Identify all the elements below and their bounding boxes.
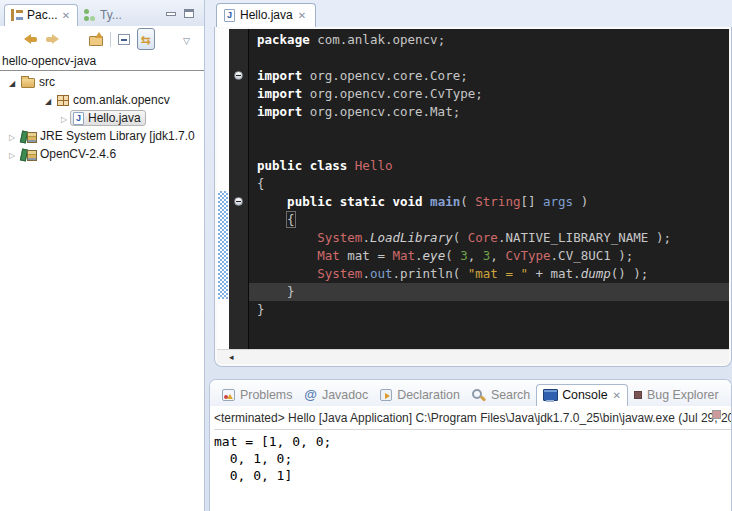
project-root[interactable]: hello-opencv-java [0, 52, 204, 71]
code-token: import [257, 68, 310, 83]
tab-label: Javadoc [322, 388, 368, 402]
code-token: public class [257, 158, 355, 173]
tab-problems[interactable]: Problems [216, 385, 298, 406]
collapse-all-icon[interactable] [118, 34, 130, 45]
terminate-icon[interactable] [712, 410, 721, 419]
console-divider [214, 429, 731, 430]
go-up-icon[interactable] [88, 33, 103, 46]
maximize-icon[interactable] [184, 9, 194, 18]
code-token: { [257, 176, 265, 191]
close-icon[interactable] [613, 390, 621, 401]
code-token: import [257, 86, 310, 101]
scroll-left-icon[interactable] [229, 352, 234, 362]
link-with-editor-icon [141, 30, 151, 48]
javadoc-icon [304, 387, 317, 402]
tree-item-body[interactable]: Hello.java [70, 110, 146, 126]
back-icon[interactable] [24, 34, 38, 45]
code-line[interactable]: import org.opencv.core.Mat; [249, 103, 729, 121]
tree-item-src[interactable]: src [0, 73, 204, 91]
code-token: } [257, 284, 295, 299]
bottom-panel: ProblemsJavadocDeclarationSearchConsoleB… [209, 379, 732, 511]
tab-label: Problems [240, 388, 292, 402]
java-file-icon [224, 9, 235, 22]
expand-arrow-icon[interactable] [58, 111, 70, 125]
expand-arrow-icon[interactable] [6, 129, 18, 143]
fold-collapse-icon[interactable] [234, 71, 243, 80]
tab-declaration[interactable]: Declaration [374, 385, 466, 406]
view-menu-icon[interactable] [183, 30, 190, 48]
code-line[interactable] [249, 49, 729, 67]
code-token: .CV_8UC1 ); [551, 248, 634, 263]
code-token [257, 230, 317, 245]
code-line[interactable] [249, 121, 729, 139]
editor-tab-label: Hello.java [240, 8, 293, 22]
code-token: Core [468, 230, 498, 245]
code-line[interactable]: import org.opencv.core.Core; [249, 67, 729, 85]
code-line[interactable]: Mat mat = Mat.eye( 3, 3, CvType.CV_8UC1 … [249, 247, 729, 265]
code-line[interactable]: { [249, 175, 729, 193]
code-token: dump [581, 266, 611, 281]
code-line[interactable]: System.LoadLibrary( Core.NATIVE_LIBRARY_… [249, 229, 729, 247]
tree-item-opencv-2[interactable]: OpenCV-2.4.6 [0, 145, 204, 163]
collapse-arrow-icon[interactable] [42, 93, 54, 107]
console-line: 0, 0, 1] [214, 467, 731, 484]
editor-area: Hello.java package com.anlak.opencv;impo… [214, 0, 732, 373]
tab-javadoc[interactable]: Javadoc [298, 384, 374, 406]
code-line[interactable]: public class Hello [249, 157, 729, 175]
tree-item-label: Hello.java [88, 111, 141, 125]
tab-package-explorer[interactable]: Pac... [4, 4, 78, 26]
tab-console[interactable]: Console [536, 384, 628, 406]
bug-icon [634, 391, 642, 399]
code-token: out [370, 266, 393, 281]
editor-frame: package com.anlak.opencv;import org.open… [214, 27, 732, 367]
expand-arrow-icon[interactable] [6, 147, 18, 161]
tree-item-jre[interactable]: JRE System Library [jdk1.7.0 [0, 127, 204, 145]
console-output[interactable]: mat = [1, 0, 0; 0, 1, 0; 0, 0, 1] [214, 433, 731, 484]
folding-ruler[interactable] [229, 29, 249, 349]
forward-icon[interactable] [45, 34, 59, 45]
sidebar-tabbar: Pac... Ty... [0, 0, 204, 26]
code-line[interactable]: } [249, 283, 729, 301]
console-line: mat = [1, 0, 0; [214, 433, 731, 450]
tab-bug[interactable]: Bug [725, 385, 731, 406]
link-with-editor-button[interactable] [137, 28, 155, 50]
collapse-arrow-icon[interactable] [6, 75, 18, 89]
minimize-icon[interactable] [166, 12, 176, 16]
tree-item-body[interactable]: src [18, 74, 60, 90]
code-line[interactable]: import org.opencv.core.CvType; [249, 85, 729, 103]
code-token: () ); [611, 266, 649, 281]
code-line[interactable]: System.out.println( "mat = " + mat.dump(… [249, 265, 729, 283]
code-line[interactable]: { [249, 211, 729, 229]
type-hierarchy-icon [84, 9, 96, 21]
tree-item-body[interactable]: com.anlak.opencv [54, 92, 175, 108]
code-token [257, 212, 287, 227]
tab-hello-java[interactable]: Hello.java [216, 3, 316, 27]
problems-icon [222, 389, 235, 401]
code-token: main [430, 194, 460, 209]
close-icon[interactable] [62, 10, 70, 21]
range-indicator-ruler[interactable] [217, 29, 229, 349]
code-line[interactable] [249, 139, 729, 157]
tab-bug-explorer[interactable]: Bug Explorer [628, 385, 725, 406]
tab-label: Console [562, 388, 607, 402]
code-token: + mat. [528, 266, 581, 281]
fold-collapse-icon[interactable] [234, 197, 243, 206]
tree-item-hello[interactable]: Hello.java [0, 109, 204, 127]
tab-type-hierarchy[interactable]: Ty... [78, 5, 129, 26]
tab-search[interactable]: Search [466, 385, 536, 406]
tree-item-body[interactable]: JRE System Library [jdk1.7.0 [18, 128, 200, 144]
project-tree: srccom.anlak.opencvHello.javaJRE System … [0, 71, 204, 163]
code-line[interactable]: package com.anlak.opencv; [249, 31, 729, 49]
code-line[interactable]: public static void main( String[] args ) [249, 193, 729, 211]
editor-tabbar: Hello.java [214, 0, 732, 27]
horizontal-scrollbar[interactable] [217, 349, 729, 364]
tree-item-body[interactable]: OpenCV-2.4.6 [18, 146, 121, 162]
code-token: org.opencv.core.CvType; [310, 86, 483, 101]
code-editor[interactable]: package com.anlak.opencv;import org.open… [249, 29, 729, 349]
code-line[interactable]: } [249, 301, 729, 319]
code-token: { [287, 212, 295, 227]
code-token: ( [445, 248, 460, 263]
close-icon[interactable] [298, 10, 306, 21]
tree-item-com[interactable]: com.anlak.opencv [0, 91, 204, 109]
code-token: CvType [505, 248, 550, 263]
